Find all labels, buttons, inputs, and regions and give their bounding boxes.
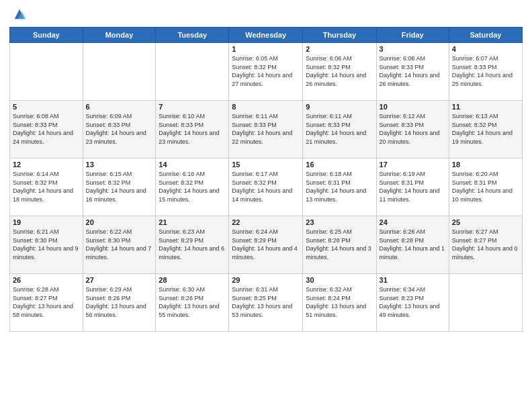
table-row: 19Sunrise: 6:21 AM Sunset: 8:30 PM Dayli…: [10, 216, 83, 274]
day-info: Sunrise: 6:32 AM Sunset: 8:24 PM Dayligh…: [306, 285, 373, 319]
table-row: [10, 43, 83, 101]
day-info: Sunrise: 6:12 AM Sunset: 8:33 PM Dayligh…: [380, 112, 446, 146]
day-info: Sunrise: 6:11 AM Sunset: 8:33 PM Dayligh…: [306, 112, 373, 146]
day-number: 5: [13, 103, 80, 111]
table-row: [156, 43, 229, 101]
day-number: 24: [380, 218, 446, 226]
day-info: Sunrise: 6:28 AM Sunset: 8:27 PM Dayligh…: [13, 285, 80, 319]
table-row: 28Sunrise: 6:30 AM Sunset: 8:26 PM Dayli…: [156, 274, 229, 332]
table-row: 8Sunrise: 6:11 AM Sunset: 8:33 PM Daylig…: [229, 101, 303, 158]
day-info: Sunrise: 6:25 AM Sunset: 8:28 PM Dayligh…: [306, 228, 373, 261]
table-row: 11Sunrise: 6:13 AM Sunset: 8:32 PM Dayli…: [449, 101, 522, 158]
day-number: 16: [306, 161, 373, 169]
day-number: 26: [13, 276, 80, 284]
day-info: Sunrise: 6:30 AM Sunset: 8:26 PM Dayligh…: [159, 285, 226, 319]
table-row: 18Sunrise: 6:20 AM Sunset: 8:31 PM Dayli…: [449, 158, 522, 216]
table-row: 5Sunrise: 6:08 AM Sunset: 8:33 PM Daylig…: [10, 101, 83, 158]
day-info: Sunrise: 6:34 AM Sunset: 8:23 PM Dayligh…: [380, 285, 446, 319]
table-row: 2Sunrise: 6:06 AM Sunset: 8:32 PM Daylig…: [303, 43, 376, 101]
col-sunday: Sunday: [10, 28, 83, 43]
day-info: Sunrise: 6:08 AM Sunset: 8:33 PM Dayligh…: [13, 112, 80, 146]
table-row: [449, 274, 522, 332]
col-wednesday: Wednesday: [229, 28, 303, 43]
table-row: 29Sunrise: 6:31 AM Sunset: 8:25 PM Dayli…: [229, 274, 303, 332]
day-info: Sunrise: 6:11 AM Sunset: 8:33 PM Dayligh…: [232, 112, 300, 146]
day-number: 31: [380, 276, 446, 284]
day-number: 9: [306, 103, 373, 111]
header: [9, 7, 523, 21]
day-number: 8: [232, 103, 300, 111]
day-info: Sunrise: 6:15 AM Sunset: 8:32 PM Dayligh…: [86, 170, 153, 203]
day-number: 4: [452, 45, 519, 53]
day-number: 23: [306, 218, 373, 226]
day-info: Sunrise: 6:09 AM Sunset: 8:33 PM Dayligh…: [86, 112, 153, 146]
page: Sunday Monday Tuesday Wednesday Thursday…: [0, 0, 532, 411]
table-row: 10Sunrise: 6:12 AM Sunset: 8:33 PM Dayli…: [376, 101, 449, 158]
day-number: 25: [452, 218, 519, 226]
table-row: 9Sunrise: 6:11 AM Sunset: 8:33 PM Daylig…: [303, 101, 376, 158]
day-number: 6: [86, 103, 153, 111]
day-number: 12: [13, 161, 80, 169]
col-tuesday: Tuesday: [156, 28, 229, 43]
calendar-table: Sunday Monday Tuesday Wednesday Thursday…: [9, 27, 523, 332]
day-info: Sunrise: 6:24 AM Sunset: 8:29 PM Dayligh…: [232, 228, 300, 261]
table-row: [83, 43, 156, 101]
day-number: 7: [159, 103, 226, 111]
day-info: Sunrise: 6:31 AM Sunset: 8:25 PM Dayligh…: [232, 285, 300, 319]
logo: [9, 7, 27, 21]
table-row: 24Sunrise: 6:26 AM Sunset: 8:28 PM Dayli…: [376, 216, 449, 274]
logo-icon: [12, 7, 27, 21]
day-number: 18: [452, 161, 519, 169]
table-row: 3Sunrise: 6:06 AM Sunset: 8:33 PM Daylig…: [376, 43, 449, 101]
day-info: Sunrise: 6:26 AM Sunset: 8:28 PM Dayligh…: [380, 228, 446, 261]
table-row: 26Sunrise: 6:28 AM Sunset: 8:27 PM Dayli…: [10, 274, 83, 332]
day-number: 19: [13, 218, 80, 226]
day-number: 14: [159, 161, 226, 169]
table-row: 1Sunrise: 6:05 AM Sunset: 8:32 PM Daylig…: [229, 43, 303, 101]
day-number: 10: [380, 103, 446, 111]
day-number: 11: [452, 103, 519, 111]
col-saturday: Saturday: [449, 28, 522, 43]
col-thursday: Thursday: [303, 28, 376, 43]
day-info: Sunrise: 6:19 AM Sunset: 8:31 PM Dayligh…: [380, 170, 446, 203]
table-row: 20Sunrise: 6:22 AM Sunset: 8:30 PM Dayli…: [83, 216, 156, 274]
day-number: 2: [306, 45, 373, 53]
col-friday: Friday: [376, 28, 449, 43]
table-row: 30Sunrise: 6:32 AM Sunset: 8:24 PM Dayli…: [303, 274, 376, 332]
calendar-week-row: 1Sunrise: 6:05 AM Sunset: 8:32 PM Daylig…: [10, 43, 523, 101]
table-row: 22Sunrise: 6:24 AM Sunset: 8:29 PM Dayli…: [229, 216, 303, 274]
day-number: 27: [86, 276, 153, 284]
day-number: 22: [232, 218, 300, 226]
day-info: Sunrise: 6:22 AM Sunset: 8:30 PM Dayligh…: [86, 228, 153, 261]
day-number: 21: [159, 218, 226, 226]
table-row: 15Sunrise: 6:17 AM Sunset: 8:32 PM Dayli…: [229, 158, 303, 216]
day-number: 29: [232, 276, 300, 284]
day-info: Sunrise: 6:17 AM Sunset: 8:32 PM Dayligh…: [232, 170, 300, 203]
table-row: 27Sunrise: 6:29 AM Sunset: 8:26 PM Dayli…: [83, 274, 156, 332]
day-info: Sunrise: 6:10 AM Sunset: 8:33 PM Dayligh…: [159, 112, 226, 146]
calendar-week-row: 5Sunrise: 6:08 AM Sunset: 8:33 PM Daylig…: [10, 101, 523, 158]
day-info: Sunrise: 6:21 AM Sunset: 8:30 PM Dayligh…: [13, 228, 80, 261]
calendar-week-row: 12Sunrise: 6:14 AM Sunset: 8:32 PM Dayli…: [10, 158, 523, 216]
day-info: Sunrise: 6:06 AM Sunset: 8:33 PM Dayligh…: [380, 54, 446, 88]
table-row: 25Sunrise: 6:27 AM Sunset: 8:27 PM Dayli…: [449, 216, 522, 274]
day-info: Sunrise: 6:16 AM Sunset: 8:32 PM Dayligh…: [159, 170, 226, 203]
day-info: Sunrise: 6:23 AM Sunset: 8:29 PM Dayligh…: [159, 228, 226, 261]
table-row: 6Sunrise: 6:09 AM Sunset: 8:33 PM Daylig…: [83, 101, 156, 158]
table-row: 14Sunrise: 6:16 AM Sunset: 8:32 PM Dayli…: [156, 158, 229, 216]
table-row: 17Sunrise: 6:19 AM Sunset: 8:31 PM Dayli…: [376, 158, 449, 216]
day-number: 28: [159, 276, 226, 284]
day-info: Sunrise: 6:13 AM Sunset: 8:32 PM Dayligh…: [452, 112, 519, 146]
day-info: Sunrise: 6:18 AM Sunset: 8:31 PM Dayligh…: [306, 170, 373, 203]
table-row: 12Sunrise: 6:14 AM Sunset: 8:32 PM Dayli…: [10, 158, 83, 216]
day-info: Sunrise: 6:27 AM Sunset: 8:27 PM Dayligh…: [452, 228, 519, 261]
day-number: 15: [232, 161, 300, 169]
table-row: 13Sunrise: 6:15 AM Sunset: 8:32 PM Dayli…: [83, 158, 156, 216]
day-number: 20: [86, 218, 153, 226]
day-number: 1: [232, 45, 300, 53]
calendar-week-row: 26Sunrise: 6:28 AM Sunset: 8:27 PM Dayli…: [10, 274, 523, 332]
calendar-week-row: 19Sunrise: 6:21 AM Sunset: 8:30 PM Dayli…: [10, 216, 523, 274]
table-row: 4Sunrise: 6:07 AM Sunset: 8:33 PM Daylig…: [449, 43, 522, 101]
calendar-header-row: Sunday Monday Tuesday Wednesday Thursday…: [10, 28, 523, 43]
table-row: 21Sunrise: 6:23 AM Sunset: 8:29 PM Dayli…: [156, 216, 229, 274]
